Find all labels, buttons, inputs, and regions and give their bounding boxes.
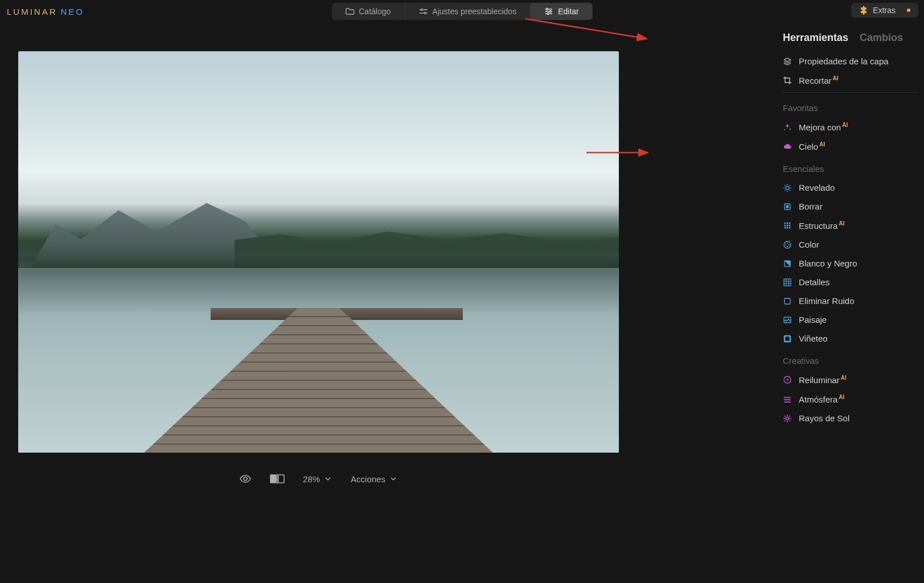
tool-label: Rayos de Sol: [799, 413, 849, 423]
image-icon: [783, 315, 792, 325]
svg-point-0: [421, 9, 422, 11]
tool-enhance-ai[interactable]: Mejora conAI: [778, 117, 922, 137]
tab-edit[interactable]: Editar: [531, 3, 593, 20]
tool-vignette[interactable]: Viñeteo: [778, 329, 922, 348]
chevron-down-icon: [389, 474, 398, 483]
right-panel: Herramientas Cambios Propiedades de la c…: [776, 27, 924, 494]
tab-catalog[interactable]: Catálogo: [331, 3, 405, 20]
svg-point-5: [244, 477, 247, 481]
svg-rect-26: [784, 279, 791, 286]
svg-point-2: [547, 9, 548, 10]
logo-seg1: LUMINAR: [7, 7, 58, 17]
tool-color[interactable]: Color: [778, 235, 922, 254]
folder-icon: [345, 7, 354, 16]
notification-dot: [907, 9, 910, 12]
svg-point-31: [786, 417, 789, 420]
divider: [782, 92, 918, 93]
tool-label: Color: [799, 240, 819, 249]
adjust-icon: [544, 7, 553, 16]
tool-structure[interactable]: EstructuraAI: [778, 216, 922, 235]
grid-icon: [783, 278, 792, 287]
tool-sunrays[interactable]: Rayos de Sol: [778, 409, 922, 428]
svg-rect-10: [786, 205, 789, 208]
zoom-level[interactable]: 28%: [303, 474, 332, 484]
tool-crop[interactable]: RecortarAI: [778, 71, 922, 90]
tab-edit-label: Editar: [558, 7, 579, 16]
sun-icon: [783, 183, 792, 192]
compare-toggle[interactable]: [270, 474, 285, 484]
cloud-icon: [783, 142, 792, 151]
svg-point-4: [548, 13, 549, 15]
svg-point-1: [424, 13, 426, 14]
svg-point-18: [787, 227, 789, 229]
eye-icon: [239, 473, 252, 485]
tool-atmosphere[interactable]: AtmósferaAI: [778, 389, 922, 409]
tool-label: Revelado: [799, 183, 835, 192]
svg-point-22: [789, 244, 790, 245]
crop-icon: [783, 76, 792, 85]
tool-denoise[interactable]: Eliminar Ruido: [778, 292, 922, 310]
svg-point-11: [785, 223, 786, 224]
tool-label: Blanco y Negro: [799, 258, 857, 268]
tab-presets[interactable]: Ajustes preestablecidos: [405, 3, 531, 20]
panel-tab-edits[interactable]: Cambios: [860, 32, 903, 44]
section-favorites: Favoritas: [778, 95, 922, 117]
tool-label: Borrar: [799, 202, 823, 211]
actions-label: Acciones: [351, 474, 385, 484]
extras-button[interactable]: Extras: [851, 3, 918, 18]
layers-icon: [783, 57, 792, 66]
dots-icon: [783, 221, 792, 230]
palette-icon: [783, 240, 792, 249]
zoom-value: 28%: [303, 474, 320, 484]
noise-icon: [783, 297, 792, 306]
sliders-icon: [418, 7, 428, 16]
photo-preview: [18, 51, 619, 453]
tool-relight[interactable]: ReiluminarAI: [778, 370, 922, 389]
tool-erase[interactable]: Borrar: [778, 197, 922, 216]
svg-point-12: [787, 223, 789, 224]
visibility-toggle[interactable]: [239, 473, 252, 485]
bolt-icon: [783, 375, 792, 384]
svg-point-17: [785, 227, 786, 229]
tool-black-white[interactable]: Blanco y Negro: [778, 254, 922, 273]
bottom-toolbar: 28% Acciones: [18, 473, 619, 485]
tool-label: Eliminar Ruido: [799, 296, 855, 306]
svg-point-19: [789, 227, 791, 229]
tool-details[interactable]: Detalles: [778, 273, 922, 292]
tool-label: Paisaje: [799, 315, 827, 325]
square-icon: [783, 259, 792, 268]
tab-presets-label: Ajustes preestablecidos: [432, 7, 516, 16]
svg-point-14: [785, 225, 786, 227]
svg-rect-27: [785, 298, 790, 304]
chevron-down-icon: [323, 474, 332, 483]
section-essentials: Esenciales: [778, 156, 922, 178]
top-tabs: Catálogo Ajustes preestablecidos Editar: [331, 3, 593, 20]
actions-menu[interactable]: Acciones: [351, 474, 398, 484]
section-creative: Creativas: [778, 348, 922, 370]
sparkle-icon: [783, 122, 792, 132]
compare-icon: [270, 474, 285, 484]
panel-tab-tools[interactable]: Herramientas: [783, 32, 848, 44]
svg-rect-29: [785, 336, 790, 342]
svg-point-24: [785, 244, 786, 245]
tool-label: AtmósferaAI: [799, 394, 844, 404]
tool-layer-properties[interactable]: Propiedades de la capa: [778, 52, 922, 71]
svg-point-20: [784, 241, 791, 248]
wave-icon: [783, 395, 792, 404]
tool-label: ReiluminarAI: [799, 375, 847, 385]
tool-label: CieloAI: [799, 141, 825, 151]
panel-tabs: Herramientas Cambios: [778, 27, 922, 52]
tab-catalog-label: Catálogo: [359, 7, 391, 16]
tool-landscape[interactable]: Paisaje: [778, 310, 922, 329]
image-canvas[interactable]: [18, 51, 619, 453]
tool-label: EstructuraAI: [799, 220, 844, 231]
svg-rect-6: [270, 475, 276, 483]
extras-label: Extras: [873, 6, 896, 15]
svg-point-3: [550, 11, 552, 13]
eraser-icon: [783, 202, 792, 211]
rays-icon: [783, 414, 792, 423]
tool-sky[interactable]: CieloAI: [778, 137, 922, 156]
tool-develop[interactable]: Revelado: [778, 178, 922, 197]
svg-point-21: [787, 243, 788, 244]
svg-point-13: [789, 223, 791, 224]
